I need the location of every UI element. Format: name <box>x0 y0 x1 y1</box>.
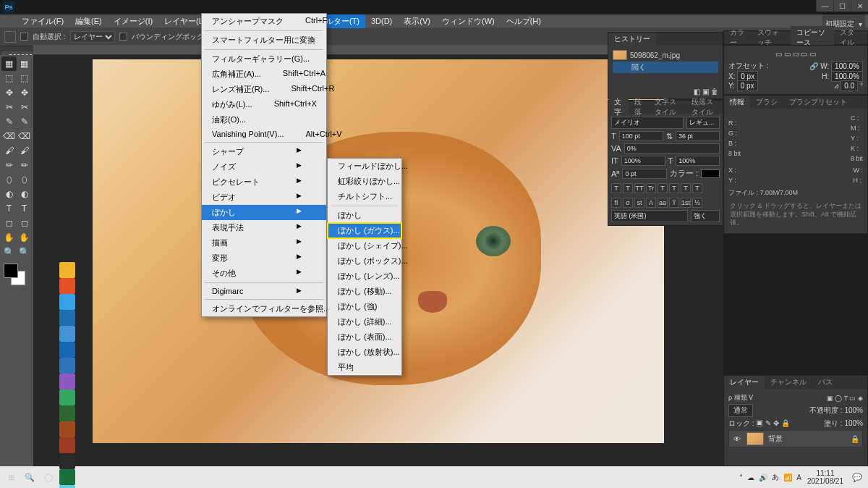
tab[interactable]: 情報 <box>724 96 750 109</box>
angle-value[interactable]: 0.0 <box>841 80 858 91</box>
text-style-button[interactable]: Tr <box>646 183 656 193</box>
hscale[interactable]: 100% <box>676 156 720 166</box>
menu-item[interactable]: 広角補正(A)...Shift+Ctrl+A <box>202 67 326 82</box>
text-feature-button[interactable]: T <box>669 198 679 208</box>
trash-icon[interactable]: 🗑 <box>711 88 718 96</box>
menu-item[interactable]: ぼかし (シェイプ)... <box>328 238 401 253</box>
menu-10[interactable]: ヘルプ(H) <box>501 14 547 28</box>
anti-alias[interactable]: 強く <box>691 210 720 222</box>
menu-item[interactable]: 変形▶ <box>202 251 326 266</box>
taskbar-app[interactable] <box>59 469 75 485</box>
tool-button[interactable]: ⌫ <box>1 129 17 143</box>
menu-item[interactable]: ぼかし (ボックス)... <box>328 253 401 269</box>
tool-button[interactable]: ✎ <box>17 114 32 129</box>
bbox-checkbox[interactable] <box>119 33 127 41</box>
tool-button[interactable]: ▦ <box>1 56 17 71</box>
notifications-icon[interactable]: 💬 <box>849 469 865 485</box>
chevron-up-icon[interactable]: ˄ <box>739 474 743 481</box>
clone-source-icon[interactable]: ▭ <box>801 50 807 58</box>
tool-button[interactable]: 🖌 <box>1 143 17 158</box>
system-tray[interactable]: ˄ ☁ 🔊 あ 📶 A <box>739 472 801 482</box>
text-feature-button[interactable]: σ <box>623 198 633 208</box>
new-snapshot-icon[interactable]: ◧ <box>694 88 700 96</box>
text-style-button[interactable]: T <box>611 183 621 193</box>
tool-button[interactable]: ◐ <box>17 187 32 201</box>
text-style-button[interactable]: T <box>623 183 633 193</box>
menu-item[interactable]: ノイズ▶ <box>202 159 326 174</box>
menu-item[interactable]: 油彩(O)... <box>202 112 326 127</box>
taskbar-app[interactable] <box>59 453 75 469</box>
tab[interactable]: チャンネル <box>765 376 812 389</box>
tab[interactable]: パス <box>812 376 838 389</box>
menu-item[interactable]: 表現手法▶ <box>202 220 326 235</box>
tool-button[interactable]: ▦ <box>17 56 32 71</box>
clock[interactable]: 11:11 2021/08/21 <box>804 469 846 485</box>
taskbar-app[interactable] <box>59 262 75 278</box>
tab[interactable]: 段落スタイル <box>686 96 723 119</box>
menu-2[interactable]: イメージ(I) <box>108 14 158 28</box>
menu-item[interactable]: レンズ補正(R)...Shift+Ctrl+R <box>202 82 326 97</box>
menu-item[interactable]: Digimarc▶ <box>202 285 326 298</box>
taskbar-app[interactable] <box>59 437 75 453</box>
taskbar-app[interactable] <box>59 405 75 421</box>
menu-0[interactable]: ファイル(F) <box>16 14 69 28</box>
onedrive-icon[interactable]: ☁ <box>747 474 754 481</box>
maximize-button[interactable]: ☐ <box>833 0 851 12</box>
baseline[interactable]: 0 pt <box>622 169 666 179</box>
w-value[interactable]: 100.0% <box>831 61 863 72</box>
menu-item[interactable]: ピクセレート▶ <box>202 174 326 190</box>
search-icon[interactable]: 🔍 <box>22 469 38 485</box>
menu-item[interactable]: アンシャープマスクCtrl+F <box>202 14 326 29</box>
tool-button[interactable]: T <box>1 201 17 216</box>
menu-7[interactable]: 3D(D) <box>365 15 398 27</box>
menu-item[interactable]: シャープ▶ <box>202 144 326 159</box>
filter-icons[interactable]: ▣ ◯ T ▭ ◈ <box>827 395 863 402</box>
tool-button[interactable]: ⬚ <box>1 71 17 85</box>
tool-button[interactable]: ✂ <box>17 100 32 114</box>
tool-button[interactable]: ◐ <box>1 187 17 201</box>
tool-button[interactable]: ⬚ <box>17 71 32 85</box>
taskbar-app[interactable] <box>59 294 75 310</box>
text-style-button[interactable]: TT <box>634 183 644 193</box>
tracking[interactable]: 0% <box>624 143 720 153</box>
history-step[interactable]: 開く <box>613 62 718 73</box>
close-button[interactable]: ✕ <box>851 0 868 12</box>
menu-item[interactable]: フィルターギャラリー(G)... <box>202 51 326 67</box>
tool-button[interactable]: ✥ <box>1 85 17 100</box>
tool-button[interactable]: ✥ <box>17 85 32 100</box>
tab[interactable]: 文字 <box>608 96 629 119</box>
menu-item[interactable]: ぼかし (移動)... <box>328 284 401 299</box>
taskbar-app[interactable] <box>59 310 75 326</box>
text-feature-button[interactable]: 1st <box>681 198 691 208</box>
menu-item[interactable]: ぼかし (放射状)... <box>328 345 401 360</box>
taskbar-app[interactable] <box>59 485 75 488</box>
menu-item[interactable]: スマートフィルター用に変換 <box>202 33 326 48</box>
tab-history[interactable]: ヒストリー <box>608 33 656 46</box>
volume-icon[interactable]: 🔊 <box>759 474 767 481</box>
tool-button[interactable]: 🔍 <box>17 245 32 259</box>
menu-item[interactable]: ゆがみ(L)...Shift+Ctrl+X <box>202 97 326 112</box>
menu-item[interactable]: ぼかし (レンズ)... <box>328 269 401 284</box>
tool-button[interactable]: ◻ <box>1 216 17 230</box>
text-style-button[interactable]: T <box>658 183 668 193</box>
menu-item[interactable]: フィールドぼかし... <box>328 159 401 174</box>
tool-button[interactable]: ✏ <box>1 158 17 172</box>
menu-item[interactable]: ぼかし▶ <box>202 205 326 220</box>
auto-select-checkbox[interactable] <box>20 33 28 41</box>
clone-source-icon[interactable]: ▭ <box>809 50 816 58</box>
menu-item[interactable]: ぼかし <box>328 208 401 223</box>
menu-item[interactable]: ぼかし (ガウス)... <box>328 223 401 238</box>
tab[interactable]: ブラシ <box>750 96 783 109</box>
ime-icon[interactable]: あ <box>772 472 779 482</box>
tool-button[interactable]: ✏ <box>17 158 32 172</box>
text-feature-button[interactable]: ½ <box>692 198 702 208</box>
tool-button[interactable]: 🖌 <box>17 143 32 158</box>
y-value[interactable]: 0 px <box>737 80 758 91</box>
tab[interactable]: 文字スタイル <box>649 96 686 119</box>
taskbar-app[interactable] <box>59 278 75 294</box>
menu-item[interactable]: Vanishing Point(V)...Alt+Ctrl+V <box>202 127 326 140</box>
opacity[interactable]: 100% <box>844 406 863 414</box>
history-document-row[interactable]: 5098062_m.jpg <box>613 50 718 60</box>
tool-button[interactable]: ⌫ <box>17 129 32 143</box>
menu-9[interactable]: ウィンドウ(W) <box>436 14 501 28</box>
